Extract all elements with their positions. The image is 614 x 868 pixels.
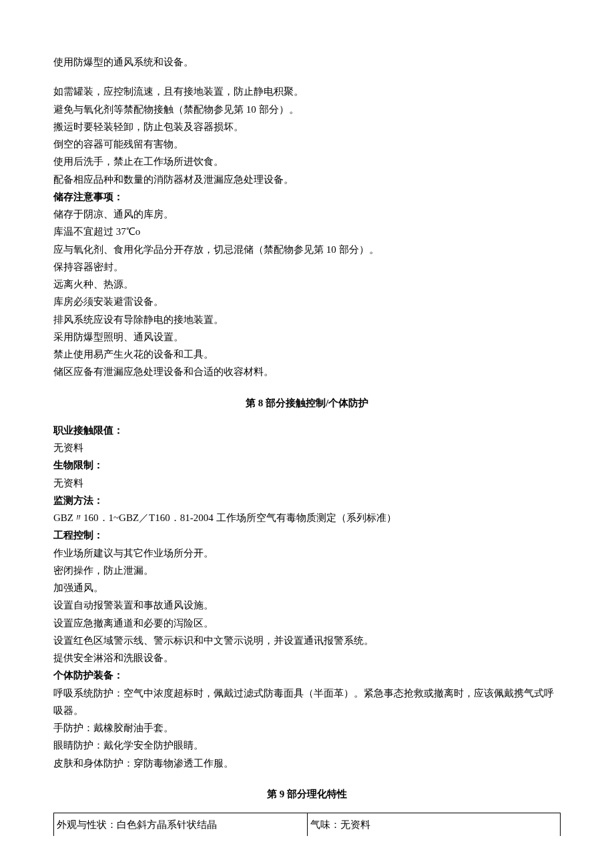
storage-line: 保持容器密封。 [53, 258, 561, 276]
odor-cell: 气味：无资料 [307, 813, 561, 837]
storage-line: 排风系统应设有导除静电的接地装置。 [53, 311, 561, 328]
table-row: 外观与性状：白色斜方晶系针状结晶 气味：无资料 [54, 813, 561, 837]
engineering-control-line: 提供安全淋浴和洗眼设备。 [53, 649, 561, 667]
engineering-control-label: 工程控制： [53, 526, 561, 544]
storage-line: 远离火种、热源。 [53, 276, 561, 293]
storage-line: 采用防爆型照明、通风设置。 [53, 328, 561, 346]
appearance-cell: 外观与性状：白色斜方晶系针状结晶 [54, 813, 308, 837]
storage-block: 储存注意事项： 储存于阴凉、通风的库房。 库温不宜超过 37℃o 应与氧化剂、食… [53, 188, 561, 381]
engineering-control-line: 设置应急撤离通道和必要的泻险区。 [53, 614, 561, 632]
storage-line: 禁止使用易产生火花的设备和工具。 [53, 346, 561, 363]
monitoring-method-value: GBZ〃160．1~GBZ／T160．81-2004 工作场所空气有毒物质测定（… [53, 509, 561, 526]
storage-line: 库温不宜超过 37℃o [53, 223, 561, 240]
storage-line: 储区应备有泄漏应急处理设备和合适的收容材料。 [53, 363, 561, 380]
storage-heading: 储存注意事项： [53, 188, 561, 205]
engineering-control-line: 设置自动报警装置和事故通风设施。 [53, 596, 561, 614]
handling-line: 使用后洗手，禁止在工作场所进饮食。 [53, 153, 561, 170]
ppe-line: 手防护：戴橡胶耐油手套。 [53, 719, 561, 737]
ppe-line: 皮肤和身体防护：穿防毒物渗透工作服。 [53, 755, 561, 772]
storage-line: 库房必须安装避雷设备。 [53, 293, 561, 310]
biological-limit-value: 无资料 [53, 474, 561, 492]
storage-line: 应与氧化剂、食用化学品分开存放，切忌混储（禁配物参见第 10 部分）。 [53, 241, 561, 258]
section-8-title: 第 8 部分接触控制/个体防护 [53, 394, 561, 412]
section-9-title: 第 9 部分理化特性 [53, 785, 561, 803]
handling-line: 配备相应品种和数量的消防器材及泄漏应急处理设备。 [53, 171, 561, 188]
monitoring-method-label: 监测方法： [53, 492, 561, 509]
engineering-control-line: 设置红色区域警示线、警示标识和中文警示说明，并设置通讯报警系统。 [53, 632, 561, 649]
spacer [53, 71, 561, 83]
occupational-limit-value: 无资料 [53, 439, 561, 456]
physical-chemical-table: 外观与性状：白色斜方晶系针状结晶 气味：无资料 [53, 813, 561, 836]
handling-line: 倒空的容器可能残留有害物。 [53, 135, 561, 153]
handling-line: 避免与氧化剂等禁配物接触（禁配物参见第 10 部分）。 [53, 101, 561, 118]
section-8-body: 职业接触限值： 无资料 生物限制： 无资料 监测方法： GBZ〃160．1~GB… [53, 422, 561, 772]
storage-line: 储存于阴凉、通风的库房。 [53, 205, 561, 223]
ppe-label: 个体防护装备： [53, 667, 561, 684]
ppe-line: 眼睛防护：戴化学安全防护眼睛。 [53, 737, 561, 754]
handling-line: 搬运时要轻装轻卸，防止包装及容器损坏。 [53, 118, 561, 135]
engineering-control-line: 密闭操作，防止泄漏。 [53, 562, 561, 579]
handling-block: 使用防爆型的通风系统和设备。 如需罐装，应控制流速，且有接地装置，防止静电积聚。… [53, 53, 561, 188]
occupational-limit-label: 职业接触限值： [53, 422, 561, 439]
engineering-control-line: 加强通风。 [53, 579, 561, 596]
engineering-control-line: 作业场所建议与其它作业场所分开。 [53, 544, 561, 562]
biological-limit-label: 生物限制： [53, 456, 561, 474]
ppe-line: 呼吸系统防护：空气中浓度超标时，佩戴过滤式防毒面具（半面革）。紧急事态抢救或撤离… [53, 685, 561, 720]
handling-line: 使用防爆型的通风系统和设备。 [53, 53, 561, 71]
handling-line: 如需罐装，应控制流速，且有接地装置，防止静电积聚。 [53, 83, 561, 100]
